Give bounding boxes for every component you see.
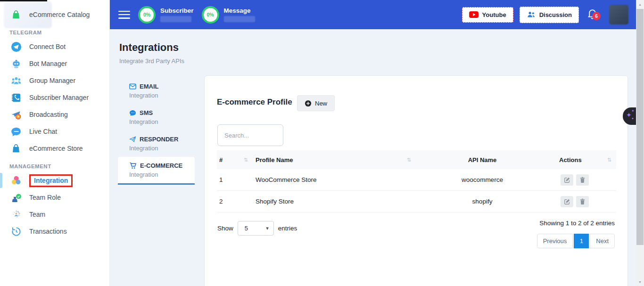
sort-icon[interactable]: ⇅ xyxy=(244,157,248,163)
sidebar-item-team-role[interactable]: Team Role xyxy=(0,189,109,206)
sparkle-icon: ✦ xyxy=(631,117,634,121)
subnav-item-subtitle: Integration xyxy=(129,118,195,125)
edit-button[interactable] xyxy=(561,196,573,207)
discussion-button-label: Discussion xyxy=(539,11,572,18)
card-heading: E-commerce Profile xyxy=(217,98,292,107)
current-page-button[interactable]: 1 xyxy=(574,234,589,248)
profiles-table: #⇅ Profile Name⇅ API Name Actions⇅ 1 Woo… xyxy=(217,150,616,212)
entries-control: Show 5 ▾ entries xyxy=(217,221,297,236)
shopping-bag-icon xyxy=(10,9,22,20)
row-api-name: shopify xyxy=(416,198,549,205)
message-label: Message xyxy=(224,7,255,14)
notification-count-badge: 6 xyxy=(592,12,601,20)
entries-select-value: 5 xyxy=(245,225,248,232)
scroll-up-arrow-icon[interactable]: ▲ xyxy=(636,1,644,8)
col-header-actions: Actions xyxy=(559,156,582,163)
contact-book-icon xyxy=(10,92,22,103)
new-profile-button[interactable]: New xyxy=(297,95,335,111)
col-header-num: # xyxy=(219,156,223,163)
ecommerce-profile-card: E-commerce Profile New #⇅ Profile Name⇅ … xyxy=(204,75,628,286)
sidebar-item-subscriber-manager[interactable]: Subscriber Manager xyxy=(0,89,109,106)
sidebar-item-label: Team xyxy=(29,211,45,218)
email-icon xyxy=(129,83,136,90)
sidebar-item-label: Integration xyxy=(34,177,68,184)
row-profile-name: WooCommerce Store xyxy=(253,176,416,183)
sidebar-item-group-manager[interactable]: Group Manager xyxy=(0,72,109,89)
sidebar-item-integration[interactable]: Integration xyxy=(0,172,109,189)
sort-icon[interactable]: ⇅ xyxy=(607,157,611,163)
subnav-item-title: SMS xyxy=(140,109,153,116)
delete-button[interactable] xyxy=(576,174,589,186)
subscriber-label: Subscriber xyxy=(160,7,194,14)
table-row: 2 Shopify Store shopify xyxy=(217,191,616,212)
table-info: Showing 1 to 2 of 2 entries Previous 1 N… xyxy=(537,220,615,248)
message-percent: 0% xyxy=(206,12,214,17)
new-button-label: New xyxy=(315,100,327,107)
responder-plane-icon xyxy=(129,136,136,143)
sidebar-item-transactions[interactable]: Transactions xyxy=(0,223,109,240)
table-header-row: #⇅ Profile Name⇅ API Name Actions⇅ xyxy=(217,150,616,169)
table-row: 1 WooCommerce Store woocommerce xyxy=(217,169,616,191)
message-stat: 0% Message xyxy=(202,6,255,24)
sidebar-section-management: MANAGEMENT xyxy=(0,157,109,172)
sidebar-item-connect-bot[interactable]: Connect Bot xyxy=(0,38,109,55)
subnav-item-ecommerce[interactable]: E-COMMERCE Integration xyxy=(118,157,195,185)
sms-icon xyxy=(129,110,136,116)
message-progress-ring: 0% xyxy=(202,6,219,24)
integration-circles-icon xyxy=(10,175,22,186)
subnav-item-title: RESPONDER xyxy=(140,136,178,143)
row-api-name: woocommerce xyxy=(416,176,549,183)
ai-assistant-button[interactable]: ✦ ✦ ✦ xyxy=(623,107,636,125)
subnav-item-sms[interactable]: SMS Integration xyxy=(118,104,195,131)
previous-page-button[interactable]: Previous xyxy=(537,234,573,248)
subnav-item-email[interactable]: EMAIL Integration xyxy=(118,78,195,104)
row-num: 1 xyxy=(217,176,253,183)
search-input[interactable] xyxy=(217,124,283,146)
discussion-button[interactable]: Discussion xyxy=(520,7,579,23)
subnav-item-subtitle: Integration xyxy=(129,92,195,99)
sidebar-item-broadcasting[interactable]: Broadcasting xyxy=(0,106,109,123)
sidebar-item-ecommerce-catalog[interactable]: eCommerce Catalog xyxy=(0,6,109,23)
sidebar-item-label: Transactions xyxy=(29,228,67,235)
youtube-button[interactable]: Youtube xyxy=(462,7,513,23)
group-people-icon xyxy=(10,75,22,86)
active-indicator xyxy=(0,173,2,188)
edit-button[interactable] xyxy=(561,174,573,186)
subnav-item-title: EMAIL xyxy=(140,83,158,90)
scroll-down-arrow-icon[interactable]: ▼ xyxy=(636,278,644,285)
entries-select[interactable]: 5 ▾ xyxy=(238,221,274,236)
chevron-down-icon: ▾ xyxy=(266,225,269,231)
subnav-item-responder[interactable]: RESPONDER Integration xyxy=(118,131,195,157)
showing-entries-text: Showing 1 to 2 of 2 entries xyxy=(537,220,615,227)
message-count-redacted xyxy=(224,16,255,22)
notifications-bell[interactable]: 6 xyxy=(587,8,599,22)
scrollbar-thumb[interactable] xyxy=(636,9,644,245)
sidebar-item-team[interactable]: Team xyxy=(0,206,109,223)
sidebar-item-label: Broadcasting xyxy=(29,111,68,118)
show-label: Show xyxy=(217,225,233,232)
delete-button[interactable] xyxy=(576,196,589,207)
sidebar-item-live-chat[interactable]: Live Chat xyxy=(0,123,109,140)
cart-icon xyxy=(129,162,137,169)
integration-subnav: EMAIL Integration SMS Integration RESPON… xyxy=(118,78,195,185)
history-clock-icon xyxy=(10,226,22,237)
sidebar-item-bot-manager[interactable]: Bot Manager xyxy=(0,55,109,72)
youtube-button-label: Youtube xyxy=(482,11,506,18)
role-shield-icon xyxy=(10,192,22,203)
sidebar-item-label: Bot Manager xyxy=(29,60,67,67)
sidebar-item-label: Subscriber Manager xyxy=(29,94,89,101)
sort-icon[interactable]: ⇅ xyxy=(407,157,411,163)
sidebar-item-ecommerce-store[interactable]: eCommerce Store xyxy=(0,140,109,157)
subnav-item-title: E-COMMERCE xyxy=(140,162,182,169)
scrollbar[interactable]: ▲ ▼ xyxy=(636,0,644,286)
page-title: Integrations xyxy=(119,41,179,54)
plus-circle-icon xyxy=(305,100,312,107)
next-page-button[interactable]: Next xyxy=(590,234,615,248)
subscriber-percent: 0% xyxy=(143,12,150,17)
user-avatar[interactable] xyxy=(609,5,628,25)
sparkle-icon: ✦ xyxy=(631,109,635,113)
subscriber-count-redacted xyxy=(160,16,191,22)
users-icon xyxy=(527,11,536,19)
menu-toggle-icon[interactable] xyxy=(118,11,130,19)
sidebar: eCommerce Catalog TELEGRAM Connect Bot B… xyxy=(0,0,110,286)
